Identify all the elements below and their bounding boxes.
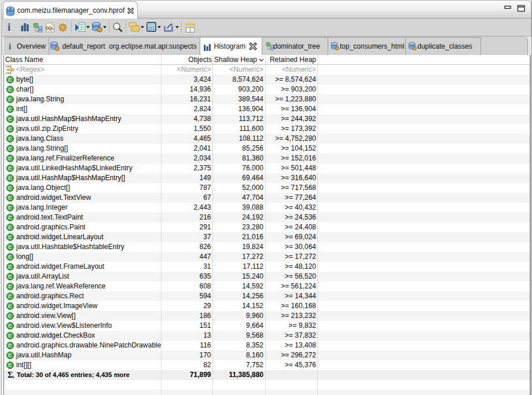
svg-text:OQL: OQL <box>46 26 54 31</box>
